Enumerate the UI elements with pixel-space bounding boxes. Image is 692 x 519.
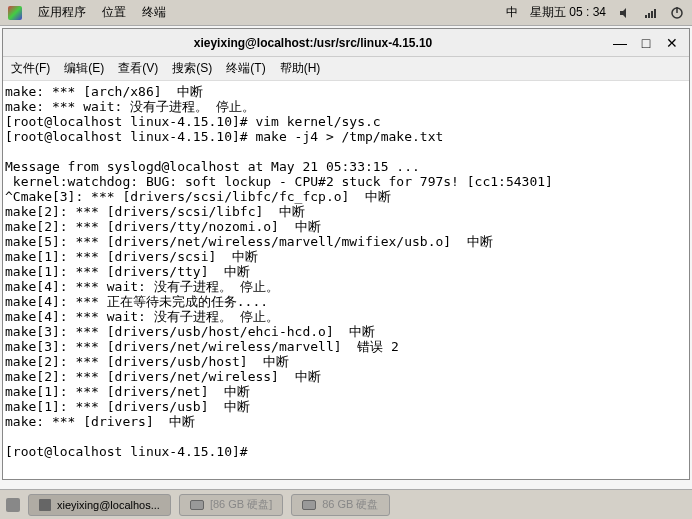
activities-icon[interactable] — [8, 6, 22, 20]
menubar: 文件(F) 编辑(E) 查看(V) 搜索(S) 终端(T) 帮助(H) — [3, 57, 689, 81]
terminal-task-icon — [39, 499, 51, 511]
volume-icon[interactable] — [618, 6, 632, 20]
menu-help[interactable]: 帮助(H) — [280, 60, 321, 77]
window-title: xieyixing@localhost:/usr/src/linux-4.15.… — [13, 36, 613, 50]
svg-rect-2 — [651, 11, 653, 18]
network-icon[interactable] — [644, 6, 658, 20]
taskbar-item-disk1[interactable]: [86 GB 硬盘] — [179, 494, 283, 516]
svg-rect-1 — [648, 13, 650, 18]
taskbar-item-terminal[interactable]: xieyixing@localhos... — [28, 494, 171, 516]
disk-icon — [302, 500, 316, 510]
minimize-button[interactable]: — — [613, 36, 627, 50]
panel-left: 应用程序 位置 终端 — [8, 4, 166, 21]
titlebar[interactable]: xieyixing@localhost:/usr/src/linux-4.15.… — [3, 29, 689, 57]
show-desktop-button[interactable] — [6, 498, 20, 512]
applications-menu[interactable]: 应用程序 — [38, 4, 86, 21]
maximize-button[interactable]: □ — [639, 36, 653, 50]
panel-right: 中 星期五 05 : 34 — [506, 4, 684, 21]
close-button[interactable]: ✕ — [665, 36, 679, 50]
top-panel: 应用程序 位置 终端 中 星期五 05 : 34 — [0, 0, 692, 26]
places-menu[interactable]: 位置 — [102, 4, 126, 21]
ime-indicator[interactable]: 中 — [506, 4, 518, 21]
bottom-panel: xieyixing@localhos... [86 GB 硬盘] 86 GB 硬… — [0, 489, 692, 519]
menu-edit[interactable]: 编辑(E) — [64, 60, 104, 77]
disk-icon — [190, 500, 204, 510]
taskbar-item-disk2[interactable]: 86 GB 硬盘 — [291, 494, 389, 516]
svg-rect-0 — [645, 15, 647, 18]
menu-terminal[interactable]: 终端(T) — [226, 60, 265, 77]
taskbar-item-label: 86 GB 硬盘 — [322, 497, 378, 512]
terminal-menu[interactable]: 终端 — [142, 4, 166, 21]
taskbar-item-label: [86 GB 硬盘] — [210, 497, 272, 512]
power-icon[interactable] — [670, 6, 684, 20]
terminal-window: xieyixing@localhost:/usr/src/linux-4.15.… — [2, 28, 690, 480]
terminal-content[interactable]: make: *** [arch/x86] 中断 make: *** wait: … — [3, 81, 689, 479]
menu-search[interactable]: 搜索(S) — [172, 60, 212, 77]
menu-file[interactable]: 文件(F) — [11, 60, 50, 77]
window-controls: — □ ✕ — [613, 36, 679, 50]
menu-view[interactable]: 查看(V) — [118, 60, 158, 77]
svg-rect-3 — [654, 9, 656, 18]
taskbar-item-label: xieyixing@localhos... — [57, 499, 160, 511]
datetime-label[interactable]: 星期五 05 : 34 — [530, 4, 606, 21]
